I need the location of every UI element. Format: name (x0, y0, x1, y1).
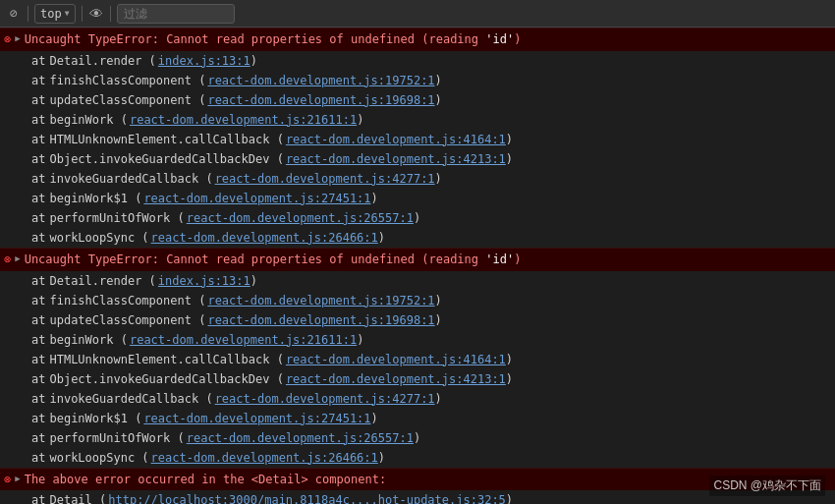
top-dropdown[interactable]: top ▼ (34, 4, 76, 24)
separator-3 (110, 6, 111, 22)
separator-1 (28, 6, 28, 22)
error-message-2: Uncaught TypeError: Cannot read properti… (25, 252, 829, 268)
expand-triangle-3: ▶ (15, 474, 20, 483)
separator-2 (82, 6, 83, 22)
stack-line: at HTMLUnknownElement.callCallback (reac… (0, 130, 835, 149)
console-area: ⊗ ▶ Uncaught TypeError: Cannot read prop… (0, 28, 835, 504)
error-block-1: ⊗ ▶ Uncaught TypeError: Cannot read prop… (0, 28, 835, 248)
stack-line: at workLoopSync (react-dom.development.j… (0, 448, 835, 468)
stack-line: at Object.invokeGuardedCallbackDev (reac… (0, 369, 835, 389)
stack-line: at invokeGuardedCallback (react-dom.deve… (0, 169, 835, 189)
stack-line: at updateClassComponent (react-dom.devel… (0, 90, 835, 110)
error-icon-3: ⊗ (4, 473, 11, 486)
stack-line: at beginWork$1 (react-dom.development.js… (0, 189, 835, 208)
filter-input[interactable] (117, 4, 235, 24)
stack-line: at beginWork (react-dom.development.js:2… (0, 110, 835, 130)
stack-line: at performUnitOfWork (react-dom.developm… (0, 428, 835, 448)
watermark: CSDN @鸡杂不下面 (709, 476, 825, 496)
error-message-1: Uncaught TypeError: Cannot read properti… (25, 31, 829, 48)
error-block-2: ⊗ ▶ Uncaught TypeError: Cannot read prop… (0, 248, 835, 468)
error-header-1[interactable]: ⊗ ▶ Uncaught TypeError: Cannot read prop… (0, 28, 835, 51)
eye-icon[interactable]: 👁 (88, 6, 104, 22)
stack-line: at finishClassComponent (react-dom.devel… (0, 291, 835, 310)
stop-icon[interactable]: ⊘ (6, 6, 22, 22)
stack-line: at Detail.render (index.js:13:1) (0, 271, 835, 291)
error-icon-1: ⊗ (4, 32, 11, 46)
stack-line: at beginWork (react-dom.development.js:2… (0, 330, 835, 350)
error-message-3: The above error occurred in the <Detail>… (25, 472, 829, 488)
stack-line: at performUnitOfWork (react-dom.developm… (0, 208, 835, 228)
stack-line: at Detail.render (index.js:13:1) (0, 51, 835, 71)
stack-line: at HTMLUnknownElement.callCallback (reac… (0, 350, 835, 369)
stack-line: at beginWork$1 (react-dom.development.js… (0, 409, 835, 428)
expand-triangle-1: ▶ (15, 33, 20, 43)
error-icon-2: ⊗ (4, 252, 11, 266)
top-label: top (40, 7, 62, 21)
expand-triangle-2: ▶ (15, 253, 20, 263)
dropdown-caret: ▼ (65, 9, 70, 18)
error-header-2[interactable]: ⊗ ▶ Uncaught TypeError: Cannot read prop… (0, 249, 835, 271)
toolbar: ⊘ top ▼ 👁 (0, 0, 835, 28)
stack-line: at updateClassComponent (react-dom.devel… (0, 310, 835, 330)
stack-line: at Object.invokeGuardedCallbackDev (reac… (0, 149, 835, 169)
stack-line: at workLoopSync (react-dom.development.j… (0, 228, 835, 248)
stack-line: at finishClassComponent (react-dom.devel… (0, 71, 835, 90)
stack-line: at invokeGuardedCallback (react-dom.deve… (0, 389, 835, 409)
